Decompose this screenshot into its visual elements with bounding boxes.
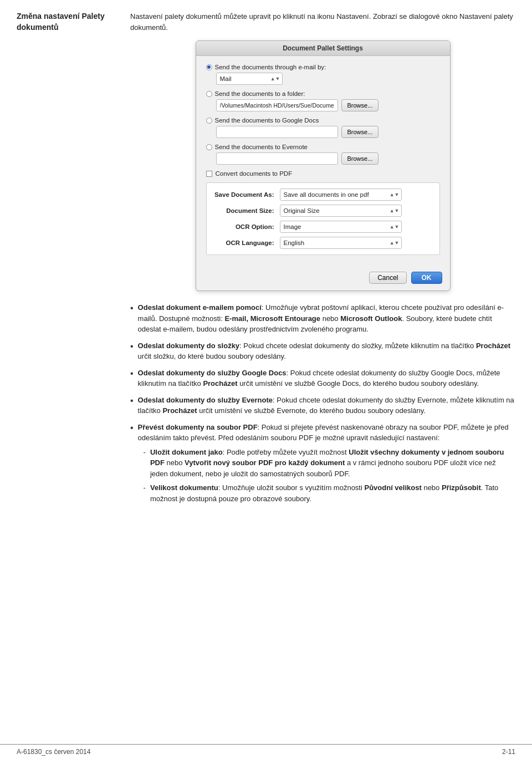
ocr-option-arrow: ▲▼ — [390, 224, 400, 230]
list-item: • Převést dokumenty na soubor PDF: Pokud… — [130, 422, 515, 505]
list-item: • Odeslat dokumenty do složky: Pokud chc… — [130, 340, 515, 362]
pdf-checkbox[interactable] — [206, 171, 212, 177]
email-select-arrow: ▲▼ — [270, 76, 280, 81]
save-as-row: Save Document As: Save all documents in … — [213, 189, 433, 201]
dialog-screenshot: Document Pallet Settings Send the docume… — [130, 40, 515, 291]
dialog-buttons: Cancel OK — [196, 267, 450, 291]
google-option-label: Send the documents to Google Docs — [215, 117, 319, 124]
page-title: Změna nastavení Palety dokumentů — [17, 11, 119, 33]
folder-path-input[interactable]: /Volumes/Macintosh HD/Users/Sue/Document… — [216, 99, 338, 111]
bullet-dot: • — [130, 395, 134, 406]
google-browse-button[interactable]: Browse... — [341, 126, 379, 138]
bullet-text: Odeslat dokumenty do služby Google Docs:… — [138, 368, 515, 389]
ocr-language-row: OCR Language: English ▲▼ — [213, 237, 433, 249]
sub-list-item: - Velikost dokumentu: Umožňuje uložit so… — [144, 482, 515, 504]
ocr-language-label: OCR Language: — [213, 240, 280, 246]
sub-dash: - — [144, 447, 146, 458]
bullet-text: Odeslat dokumenty do složky: Pokud chcet… — [138, 340, 515, 362]
sub-bullet-text: Uložit dokument jako: Podle potřeby může… — [150, 447, 515, 480]
footer-right: 2-11 — [502, 748, 515, 756]
list-item: • Odeslat dokumenty do služby Evernote: … — [130, 395, 515, 416]
email-select[interactable]: Mail ▲▼ — [216, 73, 283, 85]
email-option-label: Send the documents through e-mail by: — [215, 64, 326, 70]
bullet-dot: • — [130, 341, 134, 352]
folder-browse-button[interactable]: Browse... — [341, 99, 379, 111]
email-option-row[interactable]: Send the documents through e-mail by: — [206, 64, 440, 70]
cancel-button[interactable]: Cancel — [369, 272, 406, 284]
list-item: • Odeslat dokument e-mailem pomocí: Umož… — [130, 302, 515, 335]
bullet-text: Převést dokumenty na soubor PDF: Pokud s… — [138, 422, 515, 505]
sub-dash: - — [144, 482, 146, 493]
doc-size-arrow: ▲▼ — [390, 208, 400, 213]
sub-bullet-text: Velikost dokumentu: Umožňuje uložit soub… — [150, 482, 515, 504]
pdf-checkbox-label: Convert documents to PDF — [216, 170, 293, 177]
ocr-language-select[interactable]: English ▲▼ — [280, 237, 402, 249]
folder-option-label: Send the documents to a folder: — [215, 90, 305, 97]
evernote-option-label: Send the documents to Evernote — [215, 144, 308, 150]
settings-section: Save Document As: Save all documents in … — [206, 182, 440, 255]
bullet-dot: • — [130, 422, 134, 433]
google-option-row[interactable]: Send the documents to Google Docs — [206, 117, 440, 124]
evernote-option-row[interactable]: Send the documents to Evernote — [206, 144, 440, 150]
folder-radio[interactable] — [206, 91, 212, 97]
google-radio[interactable] — [206, 118, 212, 124]
bullet-dot: • — [130, 303, 134, 313]
google-path-input[interactable] — [216, 126, 338, 138]
evernote-path-input[interactable] — [216, 152, 338, 165]
save-as-label: Save Document As: — [213, 191, 280, 198]
dialog-box: Document Pallet Settings Send the docume… — [196, 40, 451, 291]
footer-left: A-61830_cs červen 2014 — [17, 748, 90, 756]
doc-size-select[interactable]: Original Size ▲▼ — [280, 205, 402, 217]
folder-option-row[interactable]: Send the documents to a folder: — [206, 90, 440, 97]
page-footer: A-61830_cs červen 2014 2-11 — [0, 744, 532, 759]
doc-size-row: Document Size: Original Size ▲▼ — [213, 205, 433, 217]
evernote-browse-button[interactable]: Browse... — [341, 152, 379, 165]
ocr-language-arrow: ▲▼ — [390, 240, 400, 246]
ocr-option-row: OCR Option: Image ▲▼ — [213, 221, 433, 233]
bullet-dot: • — [130, 368, 134, 379]
ocr-option-label: OCR Option: — [213, 223, 280, 230]
list-item: • Odeslat dokumenty do služby Google Doc… — [130, 368, 515, 389]
bullet-text: Odeslat dokument e-mailem pomocí: Umožňu… — [138, 302, 515, 335]
ocr-option-select[interactable]: Image ▲▼ — [280, 221, 402, 233]
bullet-text: Odeslat dokumenty do služby Evernote: Po… — [138, 395, 515, 416]
sub-list-item: - Uložit dokument jako: Podle potřeby mů… — [144, 447, 515, 480]
pdf-checkbox-row[interactable]: Convert documents to PDF — [206, 170, 440, 177]
save-as-arrow: ▲▼ — [390, 192, 400, 197]
bullet-list: • Odeslat dokument e-mailem pomocí: Umož… — [130, 302, 515, 504]
evernote-radio[interactable] — [206, 144, 212, 150]
save-as-select[interactable]: Save all documents in one pdf ▲▼ — [280, 189, 402, 201]
doc-size-label: Document Size: — [213, 207, 280, 214]
intro-text: Nastavení palety dokumentů můžete upravi… — [130, 11, 515, 33]
dialog-title-bar: Document Pallet Settings — [196, 41, 450, 56]
ok-button[interactable]: OK — [411, 272, 442, 284]
email-radio[interactable] — [206, 64, 212, 70]
